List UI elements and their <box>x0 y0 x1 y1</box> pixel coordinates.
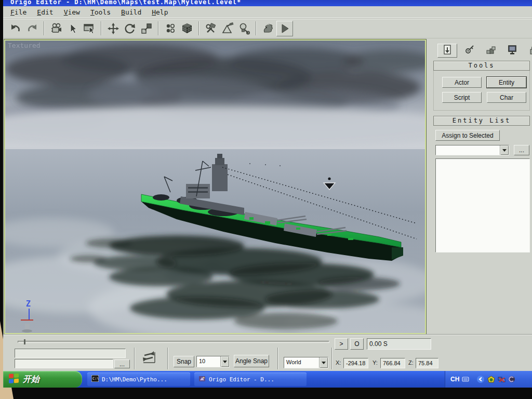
entity-browse-button[interactable]: ... <box>514 145 529 155</box>
taskbar-item-label: Origo Editor - D... <box>209 376 274 383</box>
language-indicator[interactable]: CH <box>450 376 459 383</box>
tab-import[interactable] <box>437 44 457 58</box>
windows-logo-icon <box>8 373 19 386</box>
start-button[interactable]: 开始 <box>3 371 82 388</box>
assign-to-selected-button[interactable]: Assign to Selected <box>435 130 500 141</box>
console-icon: C:\ <box>91 375 99 384</box>
slider-thumb[interactable] <box>24 339 25 344</box>
status-field-1[interactable] <box>15 349 126 358</box>
move-button[interactable] <box>105 21 122 36</box>
swap-views-button[interactable] <box>139 349 159 368</box>
snap-button[interactable]: Snap <box>174 356 194 367</box>
panel-tab-strip <box>431 39 532 60</box>
select-button[interactable] <box>64 21 81 36</box>
tab-tool-settings[interactable] <box>459 44 479 58</box>
window-titlebar[interactable]: Origo Editor - D:\HM\Demo\Maps\test.Map\… <box>3 0 532 6</box>
play-button[interactable] <box>276 21 293 36</box>
viewport-3d[interactable]: Z Textured <box>4 39 426 334</box>
coord-y-field[interactable]: 766.84 <box>380 358 405 368</box>
coord-y-label: Y: <box>373 360 378 366</box>
space-combo-value: World <box>284 357 319 368</box>
origo-app-icon <box>198 375 206 384</box>
build-tools-icon <box>205 22 217 35</box>
bottom-separator <box>331 348 332 369</box>
swap-arrows-icon <box>141 350 157 367</box>
menu-help[interactable]: Help <box>147 7 173 17</box>
rotate-button[interactable] <box>122 21 138 36</box>
build-geometry-button[interactable] <box>219 21 236 36</box>
snap-value-combobox[interactable]: 10 <box>196 356 230 367</box>
menu-build[interactable]: Build <box>116 7 147 17</box>
scale-button[interactable] <box>138 21 155 36</box>
build-tools-button[interactable] <box>203 21 219 36</box>
bottom-separator <box>134 348 135 369</box>
chevron-down-icon <box>223 361 227 363</box>
tray-collapse-chevron[interactable] <box>476 375 485 383</box>
slider-groove <box>18 341 329 343</box>
coord-x-label: X: <box>336 360 341 366</box>
build-lighting-icon <box>238 22 250 35</box>
undo-button[interactable] <box>7 21 24 36</box>
menu-view[interactable]: View <box>59 7 85 17</box>
combo-dropdown-button[interactable] <box>220 356 229 367</box>
camera-icon <box>50 22 62 35</box>
entity-listbox[interactable] <box>435 158 530 252</box>
space-combobox[interactable]: World <box>284 357 328 368</box>
tab-lock[interactable] <box>525 44 532 58</box>
build-geometry-icon <box>221 22 234 35</box>
actor-button[interactable]: Actor <box>442 77 482 88</box>
tools-group-header: Tools <box>433 61 530 71</box>
start-label: 开始 <box>23 374 39 385</box>
menu-file[interactable]: File <box>5 7 32 17</box>
taskbar-item-origo[interactable]: Origo Editor - D... <box>194 373 307 386</box>
char-button[interactable]: Char <box>487 92 526 103</box>
vertex-dots-button[interactable] <box>162 21 179 36</box>
status-field-2[interactable] <box>15 359 113 368</box>
combo-dropdown-button[interactable] <box>500 145 509 155</box>
tray-antivirus-icon[interactable] <box>487 376 495 383</box>
coord-z-field[interactable]: 75.84 <box>416 358 438 368</box>
windows-taskbar: 开始 C:\ D:\HM\Demo\Pytho... Origo Editor … <box>3 371 532 388</box>
window-title: Origo Editor - D:\HM\Demo\Maps\test.Map\… <box>3 0 532 6</box>
entity-combobox[interactable] <box>435 145 509 155</box>
tab-terrain[interactable] <box>481 44 501 58</box>
taskbar-item-console[interactable]: C:\ D:\HM\Demo\Pytho... <box>87 373 190 386</box>
tools-group-body: Actor Entity Script Char <box>433 71 530 111</box>
cube-icon <box>181 22 193 35</box>
keyboard-layout-icon[interactable] <box>462 376 469 383</box>
cube-button[interactable] <box>179 21 195 36</box>
rotate-icon <box>124 22 136 35</box>
tray-app-icon[interactable] <box>508 376 515 383</box>
transport-stop-button[interactable]: O <box>350 338 364 350</box>
entity-button[interactable]: Entity <box>487 77 526 88</box>
menu-edit[interactable]: Edit <box>32 7 58 17</box>
tab-display[interactable] <box>503 44 523 58</box>
undo-icon <box>9 22 22 35</box>
game-creature-button[interactable] <box>260 21 276 36</box>
toolbar-separator <box>158 21 159 35</box>
monitor-screen: Origo Editor - D:\HM\Demo\Maps\test.Map\… <box>3 0 532 388</box>
coord-x-field[interactable]: -294.18 <box>343 358 368 368</box>
transport-play-button[interactable]: > <box>335 338 348 350</box>
bottom-browse-button[interactable]: ... <box>114 360 130 368</box>
toolbar-separator <box>198 21 200 35</box>
move-icon <box>107 22 119 35</box>
snap-value: 10 <box>197 356 220 367</box>
time-field[interactable]: 0.00 S <box>367 338 431 350</box>
tray-network-error-icon[interactable] <box>498 376 506 383</box>
camera-button[interactable] <box>48 21 64 36</box>
bottom-separator <box>167 348 168 369</box>
redo-button[interactable] <box>24 21 41 36</box>
angle-snap-button[interactable]: Angle Snap <box>234 355 269 367</box>
axis-z-label: Z <box>26 299 31 309</box>
play-icon <box>278 22 291 35</box>
marquee-select-button[interactable] <box>81 21 98 36</box>
timeline-slider[interactable] <box>18 339 329 344</box>
build-lighting-button[interactable] <box>236 21 252 36</box>
taskbar-item-label: D:\HM\Demo\Pytho... <box>102 376 167 383</box>
menu-tools[interactable]: Tools <box>85 7 116 17</box>
combo-dropdown-button[interactable] <box>319 357 328 368</box>
toolbar-separator <box>101 21 102 35</box>
script-button[interactable]: Script <box>442 92 482 103</box>
coord-z-label: Z: <box>408 360 414 366</box>
